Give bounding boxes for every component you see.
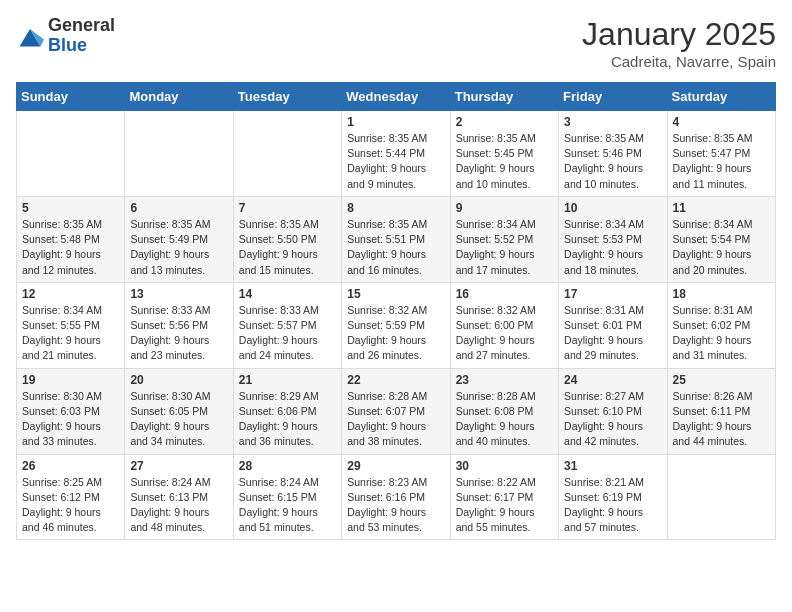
logo: General Blue: [16, 16, 115, 56]
day-number: 6: [130, 201, 227, 215]
calendar-day-cell: 1Sunrise: 8:35 AM Sunset: 5:44 PM Daylig…: [342, 111, 450, 197]
calendar-day-cell: 2Sunrise: 8:35 AM Sunset: 5:45 PM Daylig…: [450, 111, 558, 197]
calendar-table: SundayMondayTuesdayWednesdayThursdayFrid…: [16, 82, 776, 540]
day-number: 27: [130, 459, 227, 473]
day-number: 23: [456, 373, 553, 387]
day-number: 4: [673, 115, 770, 129]
calendar-day-cell: 5Sunrise: 8:35 AM Sunset: 5:48 PM Daylig…: [17, 196, 125, 282]
calendar-day-cell: 4Sunrise: 8:35 AM Sunset: 5:47 PM Daylig…: [667, 111, 775, 197]
calendar-day-cell: [233, 111, 341, 197]
day-number: 1: [347, 115, 444, 129]
day-info: Sunrise: 8:35 AM Sunset: 5:49 PM Dayligh…: [130, 217, 227, 278]
day-number: 29: [347, 459, 444, 473]
day-info: Sunrise: 8:34 AM Sunset: 5:53 PM Dayligh…: [564, 217, 661, 278]
calendar-day-cell: 27Sunrise: 8:24 AM Sunset: 6:13 PM Dayli…: [125, 454, 233, 540]
day-number: 3: [564, 115, 661, 129]
day-number: 20: [130, 373, 227, 387]
page-header: General Blue January 2025 Cadreita, Nava…: [16, 16, 776, 70]
calendar-day-cell: 13Sunrise: 8:33 AM Sunset: 5:56 PM Dayli…: [125, 282, 233, 368]
calendar-day-cell: 19Sunrise: 8:30 AM Sunset: 6:03 PM Dayli…: [17, 368, 125, 454]
weekday-header-wednesday: Wednesday: [342, 83, 450, 111]
day-number: 13: [130, 287, 227, 301]
logo-text: General Blue: [48, 16, 115, 56]
day-info: Sunrise: 8:35 AM Sunset: 5:48 PM Dayligh…: [22, 217, 119, 278]
day-number: 10: [564, 201, 661, 215]
day-number: 21: [239, 373, 336, 387]
calendar-day-cell: 28Sunrise: 8:24 AM Sunset: 6:15 PM Dayli…: [233, 454, 341, 540]
calendar-day-cell: 21Sunrise: 8:29 AM Sunset: 6:06 PM Dayli…: [233, 368, 341, 454]
day-info: Sunrise: 8:35 AM Sunset: 5:45 PM Dayligh…: [456, 131, 553, 192]
day-info: Sunrise: 8:34 AM Sunset: 5:54 PM Dayligh…: [673, 217, 770, 278]
day-number: 25: [673, 373, 770, 387]
weekday-header-sunday: Sunday: [17, 83, 125, 111]
day-info: Sunrise: 8:23 AM Sunset: 6:16 PM Dayligh…: [347, 475, 444, 536]
calendar-day-cell: 22Sunrise: 8:28 AM Sunset: 6:07 PM Dayli…: [342, 368, 450, 454]
calendar-day-cell: 14Sunrise: 8:33 AM Sunset: 5:57 PM Dayli…: [233, 282, 341, 368]
day-info: Sunrise: 8:32 AM Sunset: 6:00 PM Dayligh…: [456, 303, 553, 364]
calendar-day-cell: 23Sunrise: 8:28 AM Sunset: 6:08 PM Dayli…: [450, 368, 558, 454]
logo-blue-text: Blue: [48, 36, 115, 56]
calendar-week-row: 1Sunrise: 8:35 AM Sunset: 5:44 PM Daylig…: [17, 111, 776, 197]
day-number: 2: [456, 115, 553, 129]
day-number: 8: [347, 201, 444, 215]
weekday-header-saturday: Saturday: [667, 83, 775, 111]
calendar-day-cell: 9Sunrise: 8:34 AM Sunset: 5:52 PM Daylig…: [450, 196, 558, 282]
calendar-day-cell: 11Sunrise: 8:34 AM Sunset: 5:54 PM Dayli…: [667, 196, 775, 282]
logo-icon: [16, 22, 44, 50]
title-area: January 2025 Cadreita, Navarre, Spain: [582, 16, 776, 70]
calendar-day-cell: 25Sunrise: 8:26 AM Sunset: 6:11 PM Dayli…: [667, 368, 775, 454]
day-info: Sunrise: 8:24 AM Sunset: 6:15 PM Dayligh…: [239, 475, 336, 536]
day-info: Sunrise: 8:31 AM Sunset: 6:02 PM Dayligh…: [673, 303, 770, 364]
weekday-header-friday: Friday: [559, 83, 667, 111]
day-info: Sunrise: 8:30 AM Sunset: 6:05 PM Dayligh…: [130, 389, 227, 450]
calendar-day-cell: 6Sunrise: 8:35 AM Sunset: 5:49 PM Daylig…: [125, 196, 233, 282]
day-info: Sunrise: 8:25 AM Sunset: 6:12 PM Dayligh…: [22, 475, 119, 536]
day-number: 19: [22, 373, 119, 387]
calendar-day-cell: [125, 111, 233, 197]
day-number: 28: [239, 459, 336, 473]
calendar-day-cell: 3Sunrise: 8:35 AM Sunset: 5:46 PM Daylig…: [559, 111, 667, 197]
calendar-day-cell: 12Sunrise: 8:34 AM Sunset: 5:55 PM Dayli…: [17, 282, 125, 368]
calendar-day-cell: [17, 111, 125, 197]
calendar-day-cell: 17Sunrise: 8:31 AM Sunset: 6:01 PM Dayli…: [559, 282, 667, 368]
day-number: 7: [239, 201, 336, 215]
day-info: Sunrise: 8:32 AM Sunset: 5:59 PM Dayligh…: [347, 303, 444, 364]
day-number: 17: [564, 287, 661, 301]
calendar-day-cell: 15Sunrise: 8:32 AM Sunset: 5:59 PM Dayli…: [342, 282, 450, 368]
day-number: 16: [456, 287, 553, 301]
day-number: 18: [673, 287, 770, 301]
calendar-day-cell: 8Sunrise: 8:35 AM Sunset: 5:51 PM Daylig…: [342, 196, 450, 282]
calendar-day-cell: [667, 454, 775, 540]
day-number: 14: [239, 287, 336, 301]
day-info: Sunrise: 8:35 AM Sunset: 5:47 PM Dayligh…: [673, 131, 770, 192]
logo-general-text: General: [48, 16, 115, 36]
calendar-day-cell: 20Sunrise: 8:30 AM Sunset: 6:05 PM Dayli…: [125, 368, 233, 454]
day-number: 24: [564, 373, 661, 387]
day-info: Sunrise: 8:22 AM Sunset: 6:17 PM Dayligh…: [456, 475, 553, 536]
calendar-day-cell: 31Sunrise: 8:21 AM Sunset: 6:19 PM Dayli…: [559, 454, 667, 540]
day-number: 30: [456, 459, 553, 473]
calendar-day-cell: 10Sunrise: 8:34 AM Sunset: 5:53 PM Dayli…: [559, 196, 667, 282]
day-info: Sunrise: 8:24 AM Sunset: 6:13 PM Dayligh…: [130, 475, 227, 536]
day-info: Sunrise: 8:35 AM Sunset: 5:50 PM Dayligh…: [239, 217, 336, 278]
location-text: Cadreita, Navarre, Spain: [582, 53, 776, 70]
day-info: Sunrise: 8:33 AM Sunset: 5:56 PM Dayligh…: [130, 303, 227, 364]
day-number: 11: [673, 201, 770, 215]
calendar-week-row: 19Sunrise: 8:30 AM Sunset: 6:03 PM Dayli…: [17, 368, 776, 454]
month-title: January 2025: [582, 16, 776, 53]
calendar-day-cell: 26Sunrise: 8:25 AM Sunset: 6:12 PM Dayli…: [17, 454, 125, 540]
day-info: Sunrise: 8:35 AM Sunset: 5:46 PM Dayligh…: [564, 131, 661, 192]
day-info: Sunrise: 8:34 AM Sunset: 5:55 PM Dayligh…: [22, 303, 119, 364]
day-info: Sunrise: 8:29 AM Sunset: 6:06 PM Dayligh…: [239, 389, 336, 450]
day-number: 12: [22, 287, 119, 301]
calendar-day-cell: 7Sunrise: 8:35 AM Sunset: 5:50 PM Daylig…: [233, 196, 341, 282]
day-info: Sunrise: 8:33 AM Sunset: 5:57 PM Dayligh…: [239, 303, 336, 364]
day-number: 15: [347, 287, 444, 301]
day-info: Sunrise: 8:26 AM Sunset: 6:11 PM Dayligh…: [673, 389, 770, 450]
calendar-day-cell: 24Sunrise: 8:27 AM Sunset: 6:10 PM Dayli…: [559, 368, 667, 454]
calendar-day-cell: 16Sunrise: 8:32 AM Sunset: 6:00 PM Dayli…: [450, 282, 558, 368]
day-info: Sunrise: 8:30 AM Sunset: 6:03 PM Dayligh…: [22, 389, 119, 450]
weekday-header-thursday: Thursday: [450, 83, 558, 111]
day-info: Sunrise: 8:31 AM Sunset: 6:01 PM Dayligh…: [564, 303, 661, 364]
calendar-week-row: 26Sunrise: 8:25 AM Sunset: 6:12 PM Dayli…: [17, 454, 776, 540]
